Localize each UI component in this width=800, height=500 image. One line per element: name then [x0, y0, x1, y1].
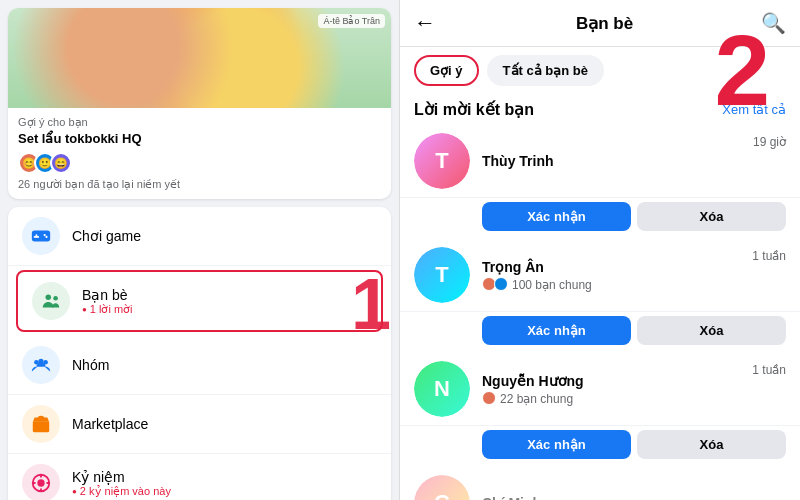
- nav-text-choi-game: Chơi game: [72, 228, 377, 244]
- see-all-button[interactable]: Xem tất cả: [722, 102, 786, 117]
- ban-be-badge: 1 lời mời: [82, 303, 367, 316]
- nav-item-choi-game[interactable]: Chơi game: [8, 207, 391, 266]
- choi-game-label: Chơi game: [72, 228, 377, 244]
- svg-point-6: [53, 296, 58, 301]
- section-header: Lời mời kết bạn Xem tất cả: [400, 94, 800, 125]
- nhom-label: Nhóm: [72, 357, 377, 373]
- friend-item-3: C Chí Minh: [400, 467, 800, 500]
- nav-text-ky-niem: Kỷ niệm 2 kỷ niệm vào này: [72, 469, 377, 498]
- friend-time-0: 19 giờ: [753, 133, 786, 149]
- number-1-badge: 1: [351, 268, 391, 340]
- svg-point-3: [44, 234, 46, 236]
- friend-time-2: 1 tuần: [752, 361, 786, 377]
- delete-button-1[interactable]: Xóa: [637, 316, 786, 345]
- avatar-3: 😄: [50, 152, 72, 174]
- ban-be-label: Bạn bè: [82, 287, 367, 303]
- section-title: Lời mời kết bạn: [414, 100, 534, 119]
- marketplace-label: Marketplace: [72, 416, 377, 432]
- feed-desc: 26 người bạn đã tạo lại niềm yết: [18, 178, 381, 191]
- right-header: ← Bạn bè 🔍: [400, 0, 800, 47]
- svg-point-4: [45, 236, 47, 238]
- friend-name-2: Nguyễn Hương: [482, 373, 752, 389]
- friend-mutual-1: 100 bạn chung: [512, 278, 592, 292]
- feed-title: Set lẩu tokbokki HQ: [18, 131, 381, 146]
- marketplace-icon: [22, 405, 60, 443]
- feed-label: Á-tê Bảo Trân: [318, 14, 385, 28]
- back-button[interactable]: ←: [414, 10, 436, 36]
- nav-item-ky-niem[interactable]: Kỷ niệm 2 kỷ niệm vào này: [8, 454, 391, 500]
- left-panel: Á-tê Bảo Trân Gợi ý cho bạn Set lẩu tokb…: [0, 0, 400, 500]
- friend-avatar-2: N: [414, 361, 470, 417]
- svg-rect-2: [34, 236, 40, 238]
- game-icon: [22, 217, 60, 255]
- groups-icon: [22, 346, 60, 384]
- friend-item-2: N Nguyễn Hương 22 bạn chung 1 tuần Xác n…: [400, 353, 800, 467]
- friend-info-3: Chí Minh: [482, 495, 786, 500]
- search-button[interactable]: 🔍: [761, 11, 786, 35]
- nav-text-nhom: Nhóm: [72, 357, 377, 373]
- confirm-button-1[interactable]: Xác nhận: [482, 316, 631, 345]
- goi-y-label: Gợi ý cho bạn: [18, 116, 381, 129]
- nav-text-ban-be: Bạn bè 1 lời mời: [82, 287, 367, 316]
- nav-section: Chơi game Bạn bè 1 lời mời 1: [8, 207, 391, 500]
- friend-info-1: Trọng Ân 100 bạn chung: [482, 259, 752, 292]
- nav-item-marketplace[interactable]: Marketplace: [8, 395, 391, 454]
- confirm-button-2[interactable]: Xác nhận: [482, 430, 631, 459]
- feed-card[interactable]: Á-tê Bảo Trân Gợi ý cho bạn Set lẩu tokb…: [8, 8, 391, 199]
- friend-actions-0: Xác nhận Xóa: [400, 198, 800, 239]
- delete-button-2[interactable]: Xóa: [637, 430, 786, 459]
- confirm-button-0[interactable]: Xác nhận: [482, 202, 631, 231]
- friend-avatar-1: T: [414, 247, 470, 303]
- tabs-row: Gợi ý Tất cả bạn bè: [400, 47, 800, 94]
- friend-mutual-2: 22 bạn chung: [500, 392, 573, 406]
- friend-name-1: Trọng Ân: [482, 259, 752, 275]
- delete-button-0[interactable]: Xóa: [637, 202, 786, 231]
- memories-icon: [22, 464, 60, 500]
- feed-avatars: 😊 🙂 😄: [18, 152, 381, 174]
- friend-actions-2: Xác nhận Xóa: [400, 426, 800, 467]
- friend-info-0: Thùy Trinh: [482, 153, 753, 169]
- friend-item-0: T Thùy Trinh 19 giờ Xác nhận Xóa: [400, 125, 800, 239]
- friend-actions-1: Xác nhận Xóa: [400, 312, 800, 353]
- tab-goi-y[interactable]: Gợi ý: [414, 55, 479, 86]
- svg-rect-11: [33, 421, 50, 424]
- svg-point-5: [46, 295, 52, 301]
- ky-niem-label: Kỷ niệm: [72, 469, 377, 485]
- tab-tat-ca-ban-be[interactable]: Tất cả bạn bè: [487, 55, 604, 86]
- nav-text-marketplace: Marketplace: [72, 416, 377, 432]
- svg-point-13: [37, 479, 44, 486]
- friend-time-1: 1 tuần: [752, 247, 786, 263]
- friend-avatar-0: T: [414, 133, 470, 189]
- friend-name-3: Chí Minh: [482, 495, 786, 500]
- nav-item-nhom[interactable]: Nhóm: [8, 336, 391, 395]
- feed-content: Gợi ý cho bạn Set lẩu tokbokki HQ 😊 🙂 😄 …: [8, 108, 391, 199]
- friend-avatar-3: C: [414, 475, 470, 500]
- friend-name-0: Thùy Trinh: [482, 153, 753, 169]
- ky-niem-badge: 2 kỷ niệm vào này: [72, 485, 377, 498]
- right-header-title: Bạn bè: [448, 13, 761, 34]
- friend-info-2: Nguyễn Hương 22 bạn chung: [482, 373, 752, 406]
- friends-icon: [32, 282, 70, 320]
- nav-item-ban-be[interactable]: Bạn bè 1 lời mời 1: [16, 270, 383, 332]
- feed-image: Á-tê Bảo Trân: [8, 8, 391, 108]
- friend-item-1: T Trọng Ân 100 bạn chung 1 tuần Xác nhận…: [400, 239, 800, 353]
- right-panel: 2 ← Bạn bè 🔍 Gợi ý Tất cả bạn bè Lời mời…: [400, 0, 800, 500]
